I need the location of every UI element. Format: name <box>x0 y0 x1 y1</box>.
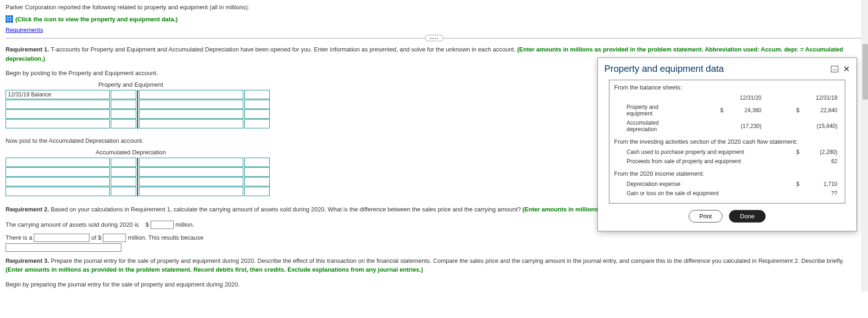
row-ad-label: Accumulated depreciation <box>615 119 687 134</box>
pe-credit-amt-3[interactable] <box>244 109 270 119</box>
req3-hint: (Enter amounts in millions as provided i… <box>6 266 423 273</box>
row-proceeds-label: Proceeds from sale of property and equip… <box>615 157 763 165</box>
req2-label: Requirement 2. <box>6 206 49 213</box>
balance-sheets-heading: From the balance sheets: <box>614 84 840 91</box>
pe-credit-amt-4[interactable] <box>244 119 270 128</box>
explanation-input[interactable] <box>6 243 121 252</box>
begin-journal-text: Begin by preparing the journal entry for… <box>6 281 862 288</box>
data-table-icon[interactable] <box>6 15 13 23</box>
row-cash-label: Cash used to purchase property and equip… <box>615 148 763 156</box>
cur-dep: $ <box>746 180 801 188</box>
carrying-post: million. <box>176 221 194 228</box>
pe-credit-amt-2[interactable] <box>244 100 270 109</box>
requirements-link[interactable]: Requirements <box>6 26 43 33</box>
pe-account-title: Property and Equipment <box>6 81 256 88</box>
cur-cash: $ <box>764 148 801 156</box>
pe-credit-desc-4[interactable] <box>139 119 243 128</box>
pe-debit-amt-4[interactable] <box>111 119 136 128</box>
pe-debit-desc-4[interactable] <box>6 119 110 128</box>
row-dep-v: 1,710 <box>802 180 839 188</box>
ad-credit-amt-1[interactable] <box>244 158 270 167</box>
there-is-pre: There is a <box>6 234 32 241</box>
row-pe-v2: 22,840 <box>802 103 839 118</box>
row-pe-label: Property and equipment <box>615 103 687 118</box>
ad-credit-desc-3[interactable] <box>139 177 243 186</box>
there-is-mid: of $ <box>91 234 101 241</box>
col-2019: 12/31/19 <box>802 94 839 102</box>
pe-debit-amt-2[interactable] <box>111 100 136 109</box>
carrying-amount-input[interactable] <box>151 221 174 229</box>
popup-title: Property and equipment data <box>604 64 724 74</box>
pe-debit-amt-1[interactable] <box>111 90 136 99</box>
row-ad-v2: (15,840) <box>802 119 839 134</box>
col-2020: 12/31/20 <box>726 94 763 102</box>
ad-debit-desc-1[interactable] <box>6 158 110 167</box>
req2-text: Based on your calculations in Requiremen… <box>49 206 523 213</box>
row-cash-v: (2,280) <box>802 148 839 156</box>
close-icon[interactable]: ✕ <box>843 65 850 73</box>
view-data-link[interactable]: (Click the icon to view the property and… <box>15 16 177 23</box>
row-gain-v: ?? <box>802 189 839 197</box>
scrollbar-thumb[interactable] <box>862 44 868 100</box>
data-box: From the balance sheets: 12/31/2012/31/1… <box>609 80 845 204</box>
req2-hint: (Enter amounts in millions a <box>523 206 603 213</box>
pe-debit-desc-3[interactable] <box>6 109 110 119</box>
ad-credit-desc-4[interactable] <box>139 187 243 196</box>
ad-debit-amt-4[interactable] <box>111 187 136 196</box>
req1-text: T-accounts for Property and Equipment an… <box>49 46 517 53</box>
ad-debit-desc-2[interactable] <box>6 167 110 177</box>
vertical-scrollbar[interactable] <box>862 0 868 292</box>
pe-credit-amt-1[interactable] <box>244 90 270 99</box>
there-is-post: million. This results because <box>128 234 203 241</box>
ad-credit-amt-2[interactable] <box>244 167 270 177</box>
print-button[interactable]: Print <box>689 210 722 223</box>
pe-credit-desc-1[interactable] <box>139 90 243 99</box>
ad-account-title: Accumulated Depreciation <box>6 149 256 156</box>
ad-credit-amt-4[interactable] <box>244 187 270 196</box>
ad-credit-desc-1[interactable] <box>139 158 243 167</box>
carrying-pre: The carrying amount of assets sold durin… <box>6 221 139 228</box>
cur-pe-1: $ <box>688 103 725 118</box>
ad-debit-amt-2[interactable] <box>111 167 136 177</box>
req3-label: Requirement 3. <box>6 257 49 264</box>
gain-loss-type-input[interactable] <box>34 234 89 242</box>
income-heading: From the 2020 income statement: <box>614 170 840 177</box>
currency-1: $ <box>146 221 149 228</box>
ad-credit-amt-3[interactable] <box>244 177 270 186</box>
pe-credit-desc-3[interactable] <box>139 109 243 119</box>
done-button[interactable]: Done <box>729 210 766 223</box>
pe-balance-label: 12/31/19 Balance <box>6 90 110 99</box>
requirement-3: Requirement 3. Prepare the journal entry… <box>6 256 862 274</box>
divider-handle[interactable]: ••••• <box>425 35 444 41</box>
req3-text: Prepare the journal entry for the sale o… <box>49 257 844 264</box>
row-proceeds-v: 62 <box>802 157 839 165</box>
cur-pe-2: $ <box>764 103 801 118</box>
minimize-icon[interactable]: — <box>831 66 838 72</box>
ad-debit-amt-1[interactable] <box>111 158 136 167</box>
row-dep-label: Depreciation expense <box>615 180 745 188</box>
row-pe-v1: 24,360 <box>726 103 763 118</box>
ad-debit-desc-4[interactable] <box>6 187 110 196</box>
ad-debit-amt-3[interactable] <box>111 177 136 186</box>
req1-label: Requirement 1. <box>6 46 49 53</box>
ad-credit-desc-2[interactable] <box>139 167 243 177</box>
pe-debit-amt-3[interactable] <box>111 109 136 119</box>
pe-credit-desc-2[interactable] <box>139 100 243 109</box>
pe-debit-desc-2[interactable] <box>6 100 110 109</box>
row-ad-v1: (17,230) <box>726 119 763 134</box>
data-popup: Property and equipment data — ✕ From the… <box>597 57 857 231</box>
svg-rect-0 <box>6 15 13 23</box>
intro-text: Parker Corporation reported the followin… <box>6 4 862 11</box>
investing-heading: From the investing activities section of… <box>614 138 840 145</box>
row-gain-label: Gain or loss on the sale of equipment <box>615 189 745 197</box>
gain-loss-amount-input[interactable] <box>103 234 126 242</box>
ad-debit-desc-3[interactable] <box>6 177 110 186</box>
